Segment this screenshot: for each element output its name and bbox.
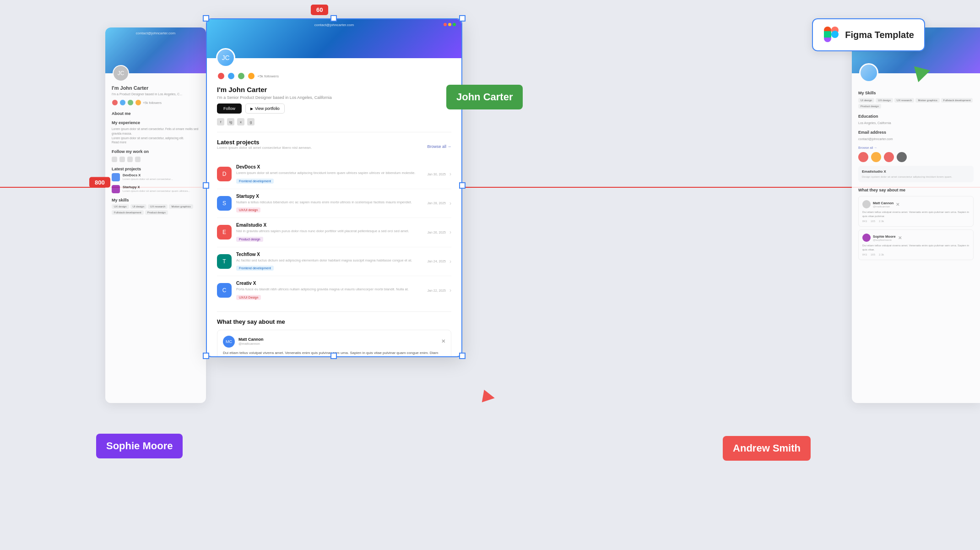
project-chevron-startupy: › <box>449 200 451 207</box>
follower-avatar-1 <box>112 99 118 106</box>
testimonial-1-avatar: MC <box>223 336 235 348</box>
latest-projects-subtitle: Lorem ipsum dolor sit amet consectetur l… <box>217 146 312 150</box>
dot-green <box>453 23 456 26</box>
project-title-creativ: Creativ X <box>236 281 424 286</box>
left-project-title-1: DevDocs X <box>123 173 173 177</box>
selection-handle-bottom-middle[interactable] <box>330 353 337 359</box>
selection-handle-bottom-left[interactable] <box>203 353 209 359</box>
right-testimonial-x-icon-2: ✕ <box>898 235 902 240</box>
follower-avatar-4 <box>135 99 141 106</box>
testimonial-x-button[interactable]: ✕ <box>441 338 445 344</box>
project-title-emailstudio: Emailstudio X <box>236 223 424 228</box>
main-card-header-image: contact@johncarter.com JC <box>207 19 461 58</box>
left-card-follower-text: +5k followers <box>143 101 162 104</box>
main-card-avatar: JC <box>216 48 235 67</box>
project-info-startupy: Startupy X Nullam a tellus ridiculus bib… <box>236 194 424 213</box>
right-email-title: Email address <box>858 130 974 135</box>
left-project-icon-2 <box>112 185 120 193</box>
project-icon-creativ: C <box>217 283 232 298</box>
left-background-card: contact@johncarter.com JC I'm John Carte… <box>105 27 206 403</box>
project-tag-startupy: UX/UI design <box>236 207 260 212</box>
project-tag-creativ: UX/UI Design <box>236 295 261 300</box>
latest-projects-section: Latest projects Lorem ipsum dolor sit am… <box>217 132 451 305</box>
main-card-email: contact@johncarter.com <box>314 23 354 27</box>
social-icon-twitter[interactable]: x <box>237 118 244 125</box>
project-row-startupy[interactable]: S Startupy X Nullam a tellus ridiculus b… <box>217 189 451 218</box>
left-project-desc-1: Lorem ipsum dolor sit amet consectetur..… <box>123 177 173 181</box>
project-row-emailstudio[interactable]: E Emailstudio X Nisl in gravida ultrices… <box>217 218 451 247</box>
svg-rect-3 <box>831 31 839 38</box>
project-tag-techflow: Frontend development <box>236 266 274 271</box>
left-social-icons <box>112 157 200 162</box>
left-experience-text: Lorem ipsum dolor sit amet consectetur. … <box>112 127 200 145</box>
selection-handle-top-middle[interactable] <box>330 15 337 22</box>
project-icon-devdocs: D <box>217 167 232 181</box>
follower-avatar-2 <box>119 99 126 106</box>
latest-projects-browse-all[interactable]: Browse all → <box>427 144 451 149</box>
left-project-item-1: DevDocs X Lorem ipsum dolor sit amet con… <box>112 173 200 181</box>
svg-rect-4 <box>824 31 831 38</box>
project-desc-emailstudio: Nisl in gravida ultrices sapien purus do… <box>236 229 424 234</box>
skill-tag-3: UX research <box>148 204 168 209</box>
right-project-title-1: Emailstudio X <box>862 169 970 174</box>
right-education-value: Los Angeles, California <box>858 121 974 125</box>
mc-follower-text: +5k followers <box>257 74 279 78</box>
selection-handle-top-right[interactable] <box>459 15 466 22</box>
left-card-header-image: contact@johncarter.com JC <box>105 27 206 73</box>
project-meta-techflow: Jan 24, 2025 <box>424 260 446 263</box>
right-education-section: Education Los Angeles, California <box>858 114 974 125</box>
right-skills-section: My Skills UI design UX design UX researc… <box>858 91 974 109</box>
social-icon-facebook[interactable]: f <box>217 118 224 125</box>
project-row-devdocs[interactable]: D DevDocs X Lorem ipsum dolor sit amet c… <box>217 160 451 189</box>
project-tag-emailstudio: Product design <box>236 237 263 242</box>
skill-tag-1: UX design <box>112 204 129 209</box>
right-project-item-1: Emailstudio X Design system dolor sit am… <box>858 166 974 182</box>
right-background-card: My Skills UI design UX design UX researc… <box>852 27 980 403</box>
main-card-scroll[interactable]: contact@johncarter.com JC +5k followers … <box>207 19 461 356</box>
work-icon-1 <box>858 152 868 162</box>
social-icon-instagram[interactable]: ig <box>227 118 234 125</box>
project-row-techflow[interactable]: T Techflow X Ac facilisi sed luctus dict… <box>217 247 451 277</box>
right-skill-3: UX research <box>894 98 914 103</box>
selection-handle-bottom-right[interactable] <box>459 353 466 359</box>
selection-handle-top-left[interactable] <box>203 15 209 22</box>
portfolio-button[interactable]: ▶ View portfolio <box>245 103 285 114</box>
main-card-followers-row: +5k followers <box>217 72 451 80</box>
project-desc-creativ: Porta fusce eu blandit nibh ultrices nul… <box>236 287 424 292</box>
latest-projects-header: Latest projects Lorem ipsum dolor sit am… <box>217 139 451 154</box>
social-icon-github[interactable]: g <box>247 118 254 125</box>
figma-template-label: Figma Template <box>845 30 914 40</box>
main-card-body: +5k followers I'm John Carter I'm a Seni… <box>207 58 461 356</box>
portfolio-button-label: View portfolio <box>255 106 280 111</box>
follow-button[interactable]: Follow <box>217 103 242 114</box>
project-title-techflow: Techflow X <box>236 252 424 257</box>
project-info-techflow: Techflow X Ac facilisi sed luctus dictum… <box>236 252 424 272</box>
selection-handle-middle-left[interactable] <box>203 182 209 189</box>
left-project-title-2: Startupy X <box>123 185 190 189</box>
right-card-body: My Skills UI design UX design UX researc… <box>852 73 980 272</box>
right-stat-retweets-2: 165 <box>871 253 875 256</box>
right-testimonial-stats-1: 843 165 2.3k <box>862 220 969 223</box>
project-desc-startupy: Nullam a tellus ridiculus bibendum erc a… <box>236 200 424 205</box>
project-title-startupy: Startupy X <box>236 194 424 199</box>
mc-follower-av-2 <box>227 72 235 80</box>
selection-handle-middle-right[interactable] <box>459 182 466 189</box>
project-icon-techflow: T <box>217 254 232 269</box>
left-skills-grid: UX design UI design UX research Motion g… <box>112 204 200 215</box>
right-browse-all: Browse all → <box>858 146 974 149</box>
right-work-section: Browse all → Emailstudio X Design system… <box>858 146 974 182</box>
figma-logo-icon <box>823 27 839 43</box>
project-meta-devdocs: Jan 30, 2025 <box>424 173 446 176</box>
project-desc-devdocs: Lorem ipsum dolor sit amet consectetur a… <box>236 171 424 176</box>
right-testimonial-handle-1: @mattcannon <box>873 205 893 208</box>
left-experience-title: My experience <box>112 120 200 125</box>
latest-projects-title: Latest projects <box>217 139 312 146</box>
right-testimonial-name-1: Matt Cannon <box>873 201 893 205</box>
project-row-creativ[interactable]: C Creativ X Porta fusce eu blandit nibh … <box>217 276 451 305</box>
browse-all-chevron: → <box>447 144 451 149</box>
right-testimonial-text-1: Dui etiam tellus volutpat viverra amet. … <box>862 210 969 218</box>
badge-60: 60 <box>311 5 328 15</box>
testimonial-1-author: MC Matt Cannon @mattcannon <box>223 336 264 348</box>
dot-red <box>444 23 447 26</box>
project-date-techflow: Jan 24, 2025 <box>428 260 446 263</box>
